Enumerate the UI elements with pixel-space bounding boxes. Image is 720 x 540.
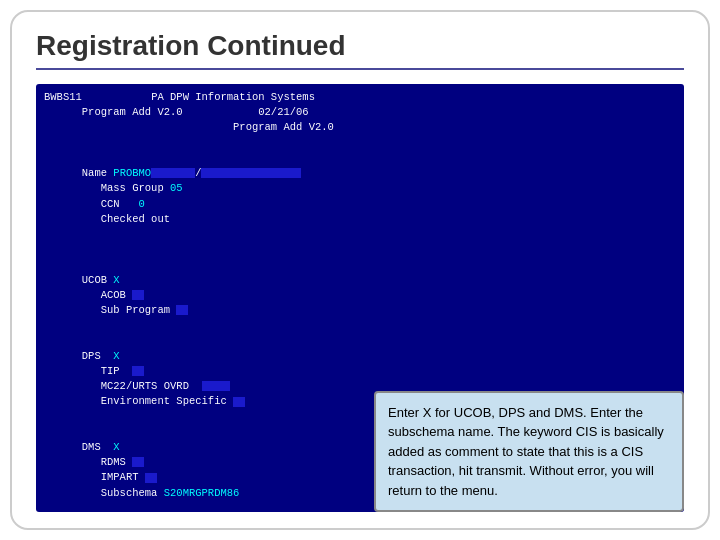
terminal-screen: BWBS11 PA DPW Information Systems Progra… (36, 84, 684, 512)
tooltip-text: Enter X for UCOB, DPS and DMS. Enter the… (388, 405, 664, 498)
terminal-header-sub: Program Add V2.0 (44, 120, 676, 135)
terminal-ucob-row: UCOB X ACOB Sub Program (44, 257, 676, 333)
terminal-name-row: Name PROBMO/ Mass Group 05 CCN 0 Checked… (44, 151, 676, 242)
terminal-header-left: BWBS11 PA DPW Information Systems Progra… (44, 90, 676, 120)
terminal-blank2 (44, 242, 676, 257)
terminal-blank1 (44, 136, 676, 151)
slide: Registration Continued BWBS11 PA DPW Inf… (10, 10, 710, 530)
slide-title: Registration Continued (36, 30, 684, 70)
tooltip-box: Enter X for UCOB, DPS and DMS. Enter the… (374, 391, 684, 513)
